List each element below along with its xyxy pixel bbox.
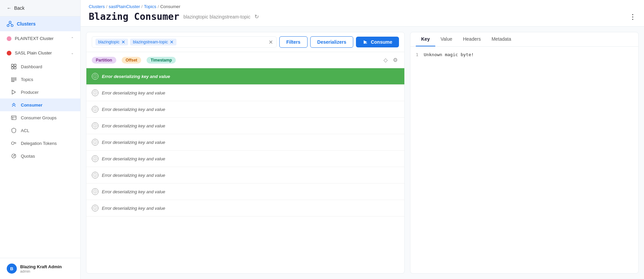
message-text-8: Error deserializing key and value [102, 189, 165, 194]
message-info-icon-4: ⓘ [92, 122, 98, 129]
user-name: Blazing Kraft Admin [20, 264, 62, 269]
more-options-icon[interactable]: ⋮ [629, 13, 636, 21]
settings-action[interactable]: ⚙ [392, 55, 399, 65]
sasl-cluster-header[interactable]: SASL Plain Cluster ⌄ [0, 47, 80, 59]
message-list: ⓘ Error deserializing key and value ⓘ Er… [86, 68, 404, 273]
svg-rect-13 [11, 116, 16, 120]
topic-tags-input[interactable]: blazingtopic ✕ blazingstream-topic ✕ ✕ [92, 36, 277, 48]
deserializers-button[interactable]: Deserializers [310, 36, 353, 48]
right-tabs: Key Value Headers Metadata [410, 32, 638, 47]
message-row-5[interactable]: ⓘ Error deserializing key and value [86, 134, 404, 151]
svg-marker-12 [12, 90, 15, 94]
sidebar-item-consumer[interactable]: Consumer [0, 98, 80, 111]
sidebar-item-quotas[interactable]: Quotas [0, 150, 80, 162]
clusters-button[interactable]: Clusters [0, 16, 80, 31]
producer-icon [11, 89, 17, 95]
message-row-8[interactable]: ⓘ Error deserializing key and value [86, 184, 404, 200]
tag-blazingstream-close[interactable]: ✕ [170, 40, 174, 44]
plaintext-cluster-dot [7, 36, 11, 41]
user-info: Blazing Kraft Admin admin [20, 264, 62, 273]
plaintext-cluster-header[interactable]: PLAINTEXT Cluster ⌃ [0, 33, 80, 44]
svg-rect-9 [11, 78, 16, 79]
filter-bar: blazingtopic ✕ blazingstream-topic ✕ ✕ F… [86, 32, 404, 52]
tag-blazingtopic-close[interactable]: ✕ [121, 40, 125, 44]
message-text-6: Error deserializing key and value [102, 156, 165, 161]
delegation-tokens-icon [11, 140, 17, 146]
tab-headers[interactable]: Headers [457, 32, 486, 46]
sidebar-item-acl[interactable]: ACL [0, 124, 80, 137]
dashboard-icon [11, 64, 17, 70]
breadcrumb-sep-1: / [106, 4, 108, 9]
message-row-3[interactable]: ⓘ Error deserializing key and value [86, 101, 404, 118]
message-row-7[interactable]: ⓘ Error deserializing key and value [86, 167, 404, 184]
refresh-icon[interactable]: ↻ [254, 13, 259, 20]
tab-value[interactable]: Value [435, 32, 458, 46]
main-content: Clusters / saslPlainCluster / Topics / C… [81, 0, 644, 279]
breadcrumb-cluster[interactable]: saslPlainCluster [109, 4, 140, 9]
sidebar-item-delegation-tokens[interactable]: Delegation Tokens [0, 137, 80, 150]
breadcrumb-topics[interactable]: Topics [144, 4, 156, 9]
quotas-icon [11, 153, 17, 159]
breadcrumb-sep-2: / [142, 4, 143, 9]
message-row-4[interactable]: ⓘ Error deserializing key and value [86, 118, 404, 134]
message-row-2[interactable]: ⓘ Error deserializing key and value [86, 85, 404, 101]
svg-rect-5 [11, 64, 13, 66]
sidebar-item-topics[interactable]: Topics [0, 73, 80, 86]
sidebar-item-dashboard[interactable]: Dashboard [0, 60, 80, 73]
tags-clear-button[interactable]: ✕ [269, 39, 273, 45]
svg-rect-6 [14, 64, 16, 66]
message-text-5: Error deserializing key and value [102, 140, 165, 145]
tab-key[interactable]: Key [416, 32, 435, 46]
svg-point-0 [9, 21, 11, 23]
message-row-1[interactable]: ⓘ Error deserializing key and value [86, 68, 404, 85]
sidebar: ← Back Clusters PLAINTEXT Cluster ⌃ SASL… [0, 0, 81, 279]
svg-rect-10 [11, 79, 16, 80]
message-info-icon-5: ⓘ [92, 139, 98, 146]
timestamp-badge: Timestamp [147, 57, 176, 64]
back-button[interactable]: ← Back [0, 0, 80, 16]
message-text-4: Error deserializing key and value [102, 123, 165, 128]
consume-button[interactable]: Consume [356, 37, 399, 47]
tab-metadata[interactable]: Metadata [486, 32, 516, 46]
plaintext-cluster-group: PLAINTEXT Cluster ⌃ [0, 31, 80, 46]
line-number-1: 1 [416, 52, 418, 57]
acl-icon [11, 127, 17, 133]
user-section: B Blazing Kraft Admin admin [0, 258, 80, 279]
topics-label: Topics [21, 77, 33, 82]
message-text-1: Error deserializing key and value [102, 74, 170, 79]
breadcrumb: Clusters / saslPlainCluster / Topics / C… [89, 4, 636, 9]
back-label: Back [14, 5, 25, 11]
sidebar-item-producer[interactable]: Producer [0, 86, 80, 98]
partition-badge: Partition [92, 57, 116, 64]
delegation-tokens-label: Delegation Tokens [21, 141, 57, 146]
offset-badge: Offset [122, 57, 142, 64]
page-title: Blazing Consumer [89, 11, 179, 22]
consumer-groups-icon [11, 115, 17, 121]
tag-blazingstream-label: blazingstream-topic [133, 40, 168, 44]
breadcrumb-clusters[interactable]: Clusters [89, 4, 105, 9]
clusters-label: Clusters [17, 21, 36, 27]
svg-point-1 [7, 25, 9, 27]
sidebar-item-consumer-groups[interactable]: Consumer Groups [0, 111, 80, 124]
sasl-cluster-dot [7, 51, 11, 55]
message-info-icon-7: ⓘ [92, 172, 98, 178]
svg-point-21 [13, 156, 14, 157]
message-info-icon-2: ⓘ [92, 89, 98, 96]
consumer-icon [11, 102, 17, 108]
right-panel-content: 1Unknown magic byte! [410, 47, 638, 273]
page-header: Clusters / saslPlainCluster / Topics / C… [81, 0, 644, 27]
message-row-6[interactable]: ⓘ Error deserializing key and value [86, 151, 404, 167]
back-arrow-icon: ← [7, 5, 11, 11]
message-text-2: Error deserializing key and value [102, 90, 165, 95]
clusters-icon [7, 21, 13, 27]
message-info-icon-8: ⓘ [92, 188, 98, 195]
filters-button[interactable]: Filters [279, 36, 308, 48]
bookmark-action[interactable]: ◇ [382, 55, 389, 65]
svg-point-2 [11, 25, 13, 27]
right-panel: Key Value Headers Metadata 1Unknown magi… [410, 32, 639, 274]
tag-blazingtopic-label: blazingtopic [98, 40, 119, 44]
nav-items: Dashboard Topics Produce [0, 59, 80, 164]
message-row-9[interactable]: ⓘ Error deserializing key and value [86, 200, 404, 216]
sasl-cluster-name: SASL Plain Cluster [15, 50, 68, 55]
consumer-label: Consumer [21, 103, 42, 108]
